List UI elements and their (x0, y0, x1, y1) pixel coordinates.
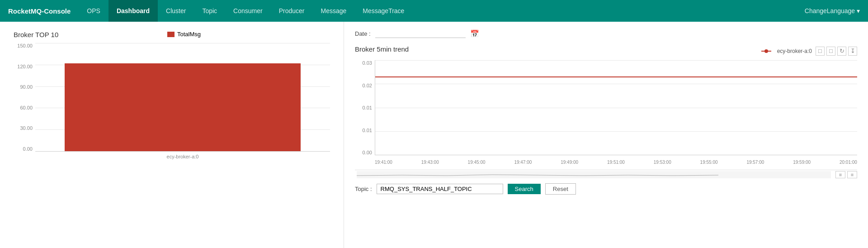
rg-4 (375, 131, 857, 132)
topic-input[interactable] (377, 184, 503, 194)
mini-chart (357, 171, 831, 178)
toolbar-restore[interactable]: □ (826, 47, 835, 56)
right-chart-area: 0.03 0.02 0.01 0.01 0.00 19:41:00 19:43:… (355, 60, 857, 169)
calendar-icon[interactable]: 📅 (470, 29, 479, 38)
search-button[interactable]: Search (508, 184, 541, 194)
right-chart-plot (375, 60, 857, 155)
date-input[interactable] (375, 29, 466, 38)
legend-color-totalmsg (167, 32, 175, 37)
reset-button[interactable]: Reset (545, 183, 576, 195)
rx-1957: 19:57:00 (746, 160, 764, 165)
right-panel: Date : 📅 Broker 5min trend ecy-broker-a:… (344, 22, 868, 248)
mini-chart-svg (357, 171, 831, 178)
y-label-60: 60.00 (20, 105, 33, 110)
toolbar-refresh[interactable]: ↻ (837, 47, 846, 56)
right-y-axis: 0.03 0.02 0.01 0.01 0.00 (355, 60, 375, 155)
nav-item-dashboard[interactable]: Dashboard (108, 0, 158, 22)
rx-1945: 19:45:00 (468, 160, 486, 165)
left-chart-plot: ecy-broker-a:0 (35, 43, 330, 152)
y-label-30: 30.00 (20, 125, 33, 131)
rx-1953: 19:53:00 (654, 160, 671, 165)
navbar: RocketMQ-Console OPS Dashboard Cluster T… (0, 0, 868, 22)
rg-3 (375, 108, 857, 108)
y-label-150: 150.00 (17, 43, 33, 48)
main-content: Broker TOP 10 TotalMsg 150.00 120.00 90.… (0, 22, 868, 248)
right-legend-label: ecy-broker-a:0 (777, 48, 812, 54)
rx-1943: 19:43:00 (421, 160, 439, 165)
y-label-0: 0.00 (23, 146, 33, 152)
ry-0.01a: 0.01 (363, 105, 372, 110)
y-label-120: 120.00 (17, 64, 33, 69)
x-label-broker: ecy-broker-a:0 (167, 154, 199, 159)
bottom-row: Topic : Search Reset (355, 183, 857, 195)
rx-1949: 19:49:00 (561, 160, 578, 165)
rx-1955: 19:55:00 (700, 160, 718, 165)
left-chart-area: 150.00 120.00 90.00 60.00 30.00 0.00 (14, 43, 330, 161)
mini-btn-right[interactable]: ≡ (847, 171, 857, 178)
brand: RocketMQ-Console (0, 0, 79, 22)
topic-label: Topic : (355, 186, 372, 192)
nav-item-cluster[interactable]: Cluster (158, 0, 194, 22)
toolbar-maximize[interactable]: □ (816, 47, 825, 56)
legend-line-svg (761, 49, 775, 53)
ry-0.00: 0.00 (363, 150, 372, 155)
nav-item-consumer[interactable]: Consumer (225, 0, 271, 22)
nav-item-producer[interactable]: Producer (271, 0, 313, 22)
left-y-axis: 150.00 120.00 90.00 60.00 30.00 0.00 (14, 43, 35, 152)
broker-bar (65, 63, 301, 151)
svg-point-1 (764, 49, 768, 53)
grid-line-1 (35, 43, 330, 43)
date-row: Date : 📅 (355, 29, 857, 38)
y-label-90: 90.00 (20, 84, 33, 90)
mini-chart-buttons: ≡ ≡ (835, 171, 857, 178)
right-legend: ecy-broker-a:0 (761, 48, 812, 54)
ry-0.01b: 0.01 (363, 128, 372, 133)
rx-1959: 19:59:00 (793, 160, 811, 165)
date-label: Date : (355, 30, 371, 37)
trend-line (375, 76, 857, 77)
ry-0.02: 0.02 (363, 83, 372, 88)
toolbar-download[interactable]: ↧ (848, 47, 857, 56)
nav-item-message[interactable]: Message (313, 0, 355, 22)
left-panel: Broker TOP 10 TotalMsg 150.00 120.00 90.… (0, 22, 344, 248)
rx-1947: 19:47:00 (514, 160, 532, 165)
nav-item-ops[interactable]: OPS (79, 0, 108, 22)
rx-1941: 19:41:00 (375, 160, 392, 165)
rx-1951: 19:51:00 (607, 160, 625, 165)
ry-0.03: 0.03 (363, 60, 372, 66)
rg-2 (375, 84, 857, 84)
rg-1 (375, 60, 857, 61)
mini-btn-left[interactable]: ≡ (835, 171, 845, 178)
nav-item-messagetrace[interactable]: MessageTrace (354, 0, 412, 22)
right-x-axis: 19:41:00 19:43:00 19:45:00 19:47:00 19:4… (375, 155, 857, 169)
change-language[interactable]: ChangeLanguage ▾ (797, 0, 868, 22)
chart-toolbar: □ □ ↻ ↧ (816, 47, 857, 56)
mini-chart-row: ≡ ≡ (355, 170, 857, 179)
right-chart-title: Broker 5min trend (355, 45, 409, 53)
rx-2001: 20:01:00 (840, 160, 857, 165)
legend-label-totalmsg: TotalMsg (177, 31, 201, 38)
nav-item-topic[interactable]: Topic (194, 0, 225, 22)
